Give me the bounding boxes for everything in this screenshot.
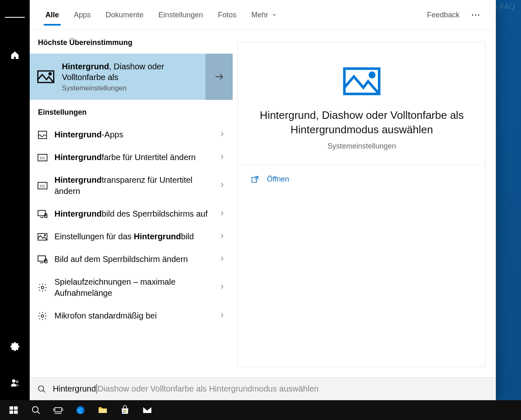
folder-icon — [98, 405, 108, 415]
cortana-side-rail — [0, 0, 30, 400]
preview-title: Hintergrund, Diashow oder Volltonfarbe a… — [255, 108, 469, 137]
taskbar-mail-button[interactable] — [136, 400, 158, 420]
desktop: Windows-FAQ Alle Apps — [0, 0, 521, 420]
search-icon — [31, 405, 41, 415]
chevron-right-icon — [219, 255, 228, 264]
result-item[interactable]: CCHintergrundtransparenz für Untertitel … — [30, 169, 233, 203]
svg-rect-38 — [99, 409, 107, 413]
svg-line-32 — [38, 412, 40, 414]
result-item[interactable]: Bild auf dem Sperrbildschirm ändern — [30, 248, 233, 271]
result-label: Hintergrundtransparenz für Untertitel än… — [54, 175, 212, 197]
store-icon — [120, 405, 130, 415]
tab-settings[interactable]: Einstellungen — [151, 0, 210, 30]
chevron-down-icon — [271, 12, 277, 18]
svg-text:CC: CC — [40, 184, 45, 188]
result-item[interactable]: Einstellungen für das Hintergrundbild — [30, 225, 233, 248]
search-typed-text: Hintergrund — [53, 384, 97, 394]
svg-rect-40 — [125, 410, 127, 411]
svg-rect-29 — [9, 411, 13, 414]
svg-point-19 — [41, 286, 44, 289]
chevron-right-icon — [219, 312, 228, 320]
result-item[interactable]: Hintergrund-Apps — [30, 123, 233, 146]
search-input-bar[interactable]: Hintergrund Diashow oder Volltonfarbe al… — [30, 377, 496, 400]
result-label: Hintergrund-Apps — [54, 129, 212, 140]
settings-results: Hintergrund-AppsCCHintergrundfarbe für U… — [30, 123, 233, 377]
svg-point-2 — [16, 381, 18, 383]
svg-rect-41 — [123, 412, 125, 413]
search-tabs: Alle Apps Dokumente Einstellungen Fotos … — [30, 0, 496, 30]
result-label: Bild auf dem Sperrbildschirm ändern — [54, 254, 212, 265]
task-view-icon — [53, 405, 63, 415]
open-action[interactable]: Öffnen — [250, 175, 473, 184]
tab-photos[interactable]: Fotos — [210, 0, 244, 30]
svg-rect-18 — [45, 260, 47, 263]
mail-icon — [142, 405, 152, 415]
tab-more[interactable]: Mehr — [244, 0, 285, 30]
best-match-subtitle: Systemeinstellungen — [62, 84, 200, 92]
content-split: Höchste Übereinstimmung Hintergrund, Dia… — [30, 30, 496, 377]
tab-apps[interactable]: Apps — [66, 0, 98, 30]
svg-line-26 — [43, 390, 45, 392]
task-view-button[interactable] — [47, 400, 69, 420]
result-item[interactable]: Hintergrundbild des Sperrbildschirms auf — [30, 203, 233, 225]
result-label: Hintergrundfarbe für Untertitel ändern — [54, 152, 212, 163]
chevron-right-icon — [219, 210, 228, 218]
svg-point-25 — [38, 386, 44, 391]
svg-rect-13 — [45, 215, 47, 217]
settings-section-header: Einstellungen — [30, 100, 233, 123]
start-button[interactable] — [2, 400, 25, 420]
best-match-item[interactable]: Hintergrund, Diashow oder Volltonfarbe a… — [30, 54, 233, 100]
monitor-lock-icon — [37, 254, 48, 265]
search-results-list: Höchste Übereinstimmung Hintergrund, Dia… — [30, 30, 233, 377]
svg-point-1 — [12, 380, 15, 382]
taskbar-search-button[interactable] — [25, 400, 47, 420]
monitor-lock-icon — [37, 209, 48, 219]
home-icon[interactable] — [5, 45, 25, 65]
best-match-expand-button[interactable] — [205, 54, 233, 100]
svg-rect-33 — [55, 408, 61, 412]
tab-more-label: Mehr — [251, 0, 268, 30]
taskbar — [0, 400, 521, 420]
chevron-right-icon — [219, 233, 228, 241]
result-item[interactable]: Mikrofon standardmäßig bei — [30, 304, 233, 327]
result-preview-pane: Hintergrund, Diashow oder Volltonfarbe a… — [233, 30, 496, 377]
image-icon — [37, 231, 48, 242]
settings-gear-icon[interactable] — [5, 337, 25, 356]
svg-text:CC: CC — [40, 156, 45, 160]
search-input[interactable]: Hintergrund Diashow oder Volltonfarbe al… — [53, 384, 318, 394]
taskbar-explorer-button[interactable] — [92, 400, 114, 420]
search-icon — [37, 385, 46, 394]
preview-subtitle: Systemeinstellungen — [328, 142, 396, 151]
open-icon — [250, 175, 259, 184]
svg-rect-27 — [9, 406, 13, 410]
result-item[interactable]: CCHintergrundfarbe für Untertitel ändern — [30, 146, 233, 169]
feedback-link[interactable]: Feedback — [427, 11, 460, 19]
tab-all[interactable]: Alle — [38, 0, 66, 30]
cc-icon: CC — [37, 180, 48, 191]
gear-icon — [37, 282, 48, 293]
taskbar-edge-button[interactable] — [69, 400, 92, 420]
result-label: Hintergrundbild des Sperrbildschirms auf — [54, 208, 212, 219]
cortana-panel-body: Alle Apps Dokumente Einstellungen Fotos … — [30, 0, 496, 400]
svg-rect-42 — [125, 412, 127, 413]
result-item[interactable]: Spielaufzeichnungen – maximale Aufnahmel… — [30, 271, 233, 304]
svg-point-15 — [45, 234, 46, 236]
image-icon — [37, 68, 54, 85]
chevron-right-icon — [219, 182, 228, 190]
profile-icon[interactable] — [5, 373, 25, 393]
chevron-right-icon — [219, 131, 228, 139]
image-icon — [343, 67, 381, 96]
svg-point-31 — [33, 407, 38, 413]
tab-documents[interactable]: Dokumente — [98, 0, 151, 30]
more-options-icon[interactable]: ⋯ — [471, 9, 481, 20]
open-label: Öffnen — [267, 175, 289, 184]
hamburger-icon[interactable] — [5, 7, 25, 27]
result-label: Einstellungen für das Hintergrundbild — [54, 231, 212, 242]
chevron-right-icon — [219, 153, 228, 162]
svg-rect-30 — [14, 411, 18, 414]
svg-rect-39 — [123, 410, 125, 411]
svg-point-22 — [370, 73, 375, 77]
best-match-title: Hintergrund, Diashow oder Volltonfarbe a… — [62, 61, 200, 83]
cortana-search-panel: Alle Apps Dokumente Einstellungen Fotos … — [0, 0, 496, 400]
taskbar-store-button[interactable] — [114, 400, 136, 420]
